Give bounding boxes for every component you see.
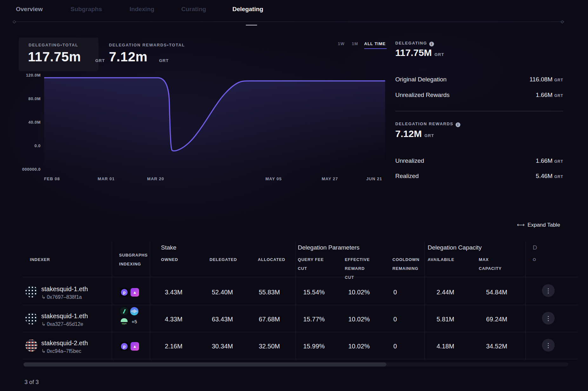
subgraph-icons: p ▲ [120,342,143,351]
col-availabile: AVAILABILE [428,255,454,264]
x-axis-tick: MAR 20 [147,176,164,181]
realized-value: 5.46M GRT [395,173,563,180]
indexer-address: ↳0xa327–65d12e [41,321,83,327]
delegating-total-unit: GRT [95,58,105,63]
table-divider [525,242,526,360]
delegating-total-label: DELEGATING•TOTAL [29,43,78,47]
allocated-cell: 55.83M [259,289,280,296]
indexer-name[interactable]: stakesquid-1.eth [41,312,88,320]
cooldown-cell: 0 [393,316,397,323]
panel-rewards-label: DELEGATION REWARDSi [395,121,460,127]
tab-delegating[interactable]: Delegating [232,6,263,13]
indexer-name[interactable]: stakesquid-2.eth [41,340,88,347]
cooldown-cell: 0 [393,343,397,350]
sublevel-arrow-icon: ↳ [41,294,45,300]
panel-rewards-amount: 7.12M [395,128,422,139]
tab-indexing[interactable]: Indexing [130,6,154,13]
delta-triangle: ▲ [133,344,137,349]
allocated-cell: 67.68M [259,316,280,323]
row-menu-button[interactable]: ⋮ [542,312,555,325]
owned-cell: 4.33M [165,316,183,323]
y-axis-tick: 40.0M [0,120,41,125]
tab-curating[interactable]: Curating [181,6,206,13]
tab-subgraphs[interactable]: Subgraphs [70,6,102,13]
horizontal-scrollbar-thumb[interactable] [23,362,386,367]
delegating-total-value: 117.75m [28,49,81,65]
delta-subgraph-icon[interactable]: ▲ [130,288,139,297]
table-divider [112,242,112,360]
delegating-total-card[interactable]: DELEGATING•TOTAL 117.75m GRT [19,38,98,71]
range-alltime-button[interactable]: ALL TIME [364,41,386,46]
group-truncated: D [533,244,537,251]
x-axis-tick: MAR 01 [98,176,115,181]
unrealized-amount: 1.66M [536,157,553,164]
panel-divider [395,111,563,111]
tab-overview[interactable]: Overview [16,6,43,13]
indexer-address-text: 0x7697–838f1a [47,294,82,300]
table-divider [424,242,425,360]
subgraph-icons: p ▲ [120,288,143,297]
col-max-capacity: MAX CAPACITY [479,255,506,273]
realized-unit: GRT [554,175,563,179]
range-1w-button[interactable]: 1W [338,41,345,46]
indexer-name[interactable]: stakesquid-1.eth [41,285,88,293]
query-fee-cut-cell: 15.54% [303,289,325,296]
col-subgraphs-indexing: SUBGRAPHS INDEXING [119,251,151,269]
col-owned: OWNED [161,255,178,264]
realized-amount: 5.46M [536,173,553,179]
table-divider [296,242,296,360]
poap-subgraph-icon[interactable]: p [120,342,129,351]
x-axis-tick: MAY 27 [322,176,338,181]
opyn-subgraph-icon[interactable]: opyn [120,317,128,326]
available-cell: 2.44M [437,289,454,296]
original-delegation-unit: GRT [554,78,563,82]
delegation-rewards-total-card[interactable]: DELEGATION REWARDS•TOTAL 7.12m GRT [109,38,195,71]
x-axis-tick: MAY 05 [265,176,282,181]
effective-reward-cut-cell: 10.02% [348,289,370,296]
y-axis-tick: 000000.0 [0,167,41,172]
range-1m-button[interactable]: 1M [352,41,358,46]
panel-rewards-label-text: DELEGATION REWARDS [395,121,453,126]
y-axis-tick: 0.0 [0,143,41,148]
sablier-subgraph-icon[interactable] [120,307,128,315]
query-fee-cut-cell: 15.99% [303,343,325,350]
x-axis-tick: JUN 21 [366,176,382,181]
effective-reward-cut-cell: 10.02% [348,343,370,350]
poap-letter: p [121,343,128,350]
effective-reward-cut-cell: 10.02% [348,316,370,323]
col-allocated: ALLOCATED [258,255,285,264]
more-subgraphs-badge[interactable]: +5 [130,319,138,324]
delta-triangle: ▲ [133,290,137,295]
delegated-cell: 52.40M [212,289,233,296]
unrealized-value: 1.66M GRT [395,157,563,164]
group-delegation-capacity: Delegation Capacity [428,244,482,251]
panel-rewards-value: 7.12M GRT [395,128,434,139]
sublevel-arrow-icon: ↳ [41,348,45,354]
expand-table-button[interactable]: ⟷Expand Table [517,222,560,228]
indexer-address-text: 0xc94a–7f5bec [47,348,81,354]
diamond-left-icon: ◇ [13,19,16,24]
delegating-page: Overview Subgraphs Indexing Curating Del… [0,0,588,391]
indexer-address-text: 0xa327–65d12e [47,321,83,327]
cooldown-cell: 0 [393,289,397,296]
group-stake: Stake [161,244,177,251]
range-active-indicator [364,48,387,49]
info-icon[interactable]: i [429,42,434,46]
expand-table-label: Expand Table [527,222,560,228]
subgraph-icons: opyn +5 [120,307,143,326]
kebab-menu-icon: ⋮ [545,342,551,349]
panel-delegating-amount: 117.75M [395,47,432,58]
delta-subgraph-icon[interactable]: ▲ [130,342,139,351]
table-row-separator [23,359,578,359]
poap-subgraph-icon[interactable]: p [120,288,129,297]
owned-cell: 2.16M [165,343,183,350]
original-delegation-amount: 116.08M [530,76,553,83]
delegation-rewards-total-unit: GRT [159,58,169,63]
max-capacity-cell: 54.84M [486,289,507,296]
audius-subgraph-icon[interactable] [130,307,138,315]
panel-delegating-label-text: DELEGATING [395,41,427,45]
delegated-cell: 63.43M [212,316,233,323]
row-menu-button[interactable]: ⋮ [542,284,555,297]
row-menu-button[interactable]: ⋮ [542,339,555,352]
info-icon[interactable]: i [456,122,460,127]
